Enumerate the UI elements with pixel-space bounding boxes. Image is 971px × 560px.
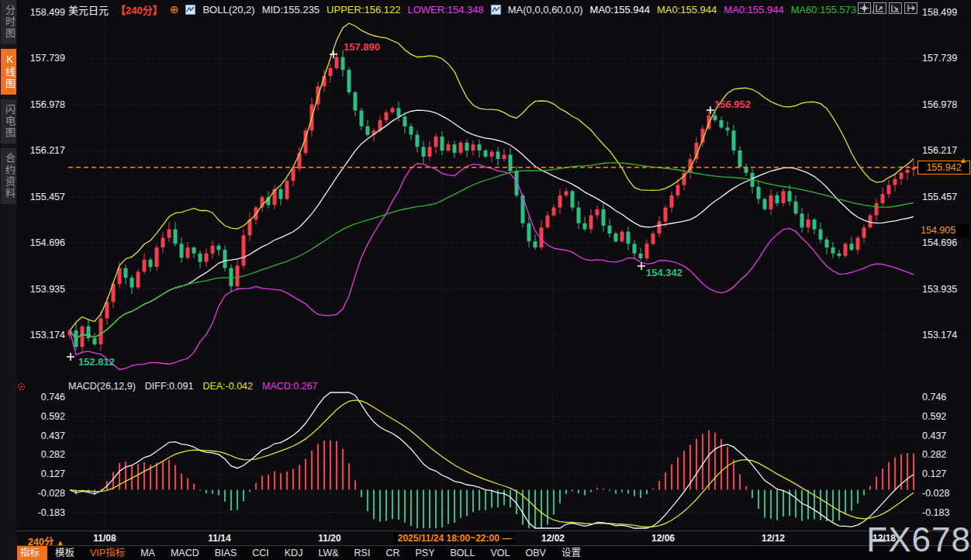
selected-candle-time: 2025/11/24 18:00~22:00 — (394, 533, 515, 544)
toolbar-item-1[interactable]: 模板 (47, 546, 82, 560)
ma-value: MA0:155.944 (590, 4, 650, 16)
sidebar-tab-2[interactable]: 闪电图 (1, 99, 16, 143)
macd-dea-line (70, 400, 914, 527)
boll-lower-value: LOWER:154.348 (408, 4, 484, 16)
date-label: 12/02 (541, 533, 565, 544)
boll-chart-icon[interactable] (185, 5, 195, 15)
toolbar-item-10[interactable]: CR (378, 546, 407, 560)
date-label: 12/12 (762, 533, 785, 544)
macd-macd-value: MACD:0.267 (262, 381, 318, 392)
ma-chart-icon[interactable] (491, 5, 501, 15)
boll-upper-line (70, 23, 914, 330)
svg-text:154.342: 154.342 (646, 267, 682, 278)
bottom-toolbar: 指标模板VIP指标MAMACDBIASCCIKDJLW&RSICRPSYBOLL… (0, 545, 971, 560)
boll-mid-line (70, 110, 914, 339)
macd-diff-value: DIFF:0.091 (145, 381, 194, 392)
toolbar-item-15[interactable]: 设置 (554, 546, 589, 560)
date-label: 11/14 (208, 533, 230, 544)
indicator-header: 美元日元 【240分】 ⊕ BOLL(20,2) MID:155.235 UPP… (68, 2, 887, 16)
toolbar-item-12[interactable]: BOLL (443, 546, 483, 560)
price-annotation: 152.812 (67, 353, 115, 368)
ma-params: MA(0,0,0,60,0,0) (508, 4, 583, 16)
toolbar-item-2[interactable]: VIP指标 (82, 546, 133, 560)
ma60-line (70, 163, 914, 339)
toolbar-item-9[interactable]: RSI (347, 546, 378, 560)
toolbar-item-6[interactable]: CCI (244, 546, 277, 560)
price-annotation: 156.952 (707, 99, 751, 114)
sidebar-tab-3[interactable]: 合约资料 (1, 148, 16, 204)
ma-value: MA0:155.944 (657, 4, 717, 16)
chart-tools (858, 2, 917, 14)
boll-upper-value: UPPER:156.122 (327, 4, 400, 16)
jump-latest-icon[interactable] (904, 2, 917, 14)
toolbar-item-0[interactable]: 指标 (12, 546, 47, 560)
zoom-out-icon[interactable] (889, 2, 902, 14)
crosshair-icon[interactable] (858, 2, 871, 14)
ma-value: MA60:155.573 (791, 4, 857, 16)
indicator-target-icon[interactable] (17, 380, 26, 394)
time-axis: 240分 ▲ 11/0811/1411/202025/11/24 18:00~2… (17, 531, 971, 545)
price-flag-icon: ▲ (959, 157, 967, 164)
svg-text:152.812: 152.812 (78, 356, 115, 368)
toolbar-item-4[interactable]: MACD (163, 546, 207, 560)
candles (68, 50, 916, 354)
sidebar: 分时图K线图闪电图合约资料 (0, 0, 17, 560)
boll-params: BOLL(20,2) (202, 4, 254, 16)
macd-diff-line (70, 392, 914, 528)
price-annotation: 157.890 (330, 41, 380, 58)
date-label: 11/20 (318, 533, 340, 544)
svg-text:156.952: 156.952 (714, 99, 751, 110)
boll-lower-line (70, 164, 914, 370)
toolbar-item-14[interactable]: OBV (517, 546, 553, 560)
ma-value: MA0:155.944 (724, 4, 783, 16)
zoom-in-icon[interactable] (873, 2, 886, 14)
sidebar-tab-1[interactable]: K线图 (1, 49, 16, 95)
session-price-badge: 154.905 (918, 224, 969, 237)
trading-app: 分时图K线图闪电图合约资料 美元日元 【240分】 ⊕ BOLL(20,2) M… (0, 0, 971, 560)
svg-text:157.890: 157.890 (344, 41, 380, 53)
toolbar-item-13[interactable]: VOL (482, 546, 517, 560)
ma-values: MA0:155.944MA0:155.944MA0:155.944MA60:15… (590, 4, 887, 16)
watermark: FX678 (866, 523, 971, 557)
toolbar-item-5[interactable]: BIAS (207, 546, 245, 560)
toolbar-item-8[interactable]: LW& (310, 546, 346, 560)
symbol-title: 美元日元 (68, 2, 109, 17)
macd-params: MACD(26,12,9) (68, 381, 136, 392)
macd-header: MACD(26,12,9) DIFF:0.091 DEA:-0.042 MACD… (68, 381, 318, 392)
sidebar-tab-0[interactable]: 分时图 (1, 0, 16, 44)
expand-icon[interactable]: ⊕ (170, 5, 179, 14)
toolbar-item-7[interactable]: KDJ (277, 546, 311, 560)
toolbar-item-11[interactable]: PSY (407, 546, 442, 560)
boll-mid-value: MID:155.235 (262, 4, 320, 16)
price-chart[interactable]: 157.890156.952154.342152.812 (0, 0, 971, 560)
date-label: 11/08 (93, 533, 116, 544)
gridlines (68, 12, 919, 528)
macd-dea-value: DEA:-0.042 (202, 381, 253, 392)
period-label[interactable]: 【240分】 (116, 2, 163, 17)
toolbar-item-3[interactable]: MA (133, 546, 163, 560)
date-label: 12/06 (651, 533, 675, 544)
price-annotation: 154.342 (638, 262, 682, 278)
